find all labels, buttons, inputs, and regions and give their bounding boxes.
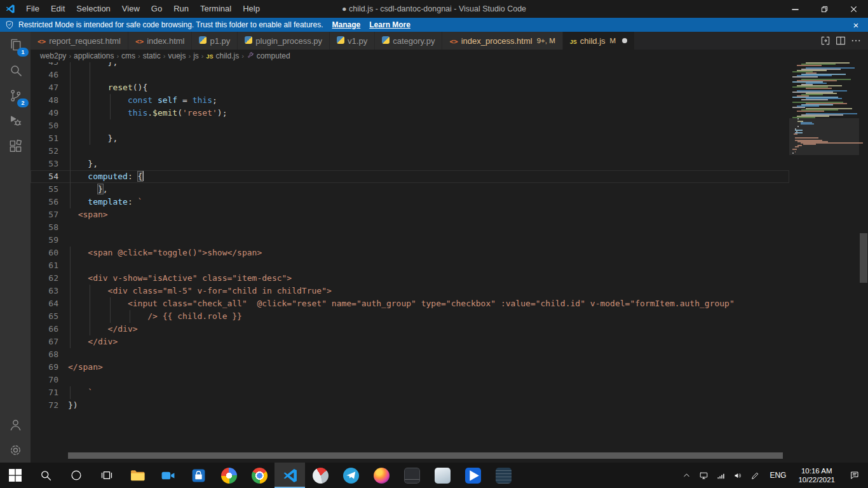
task-view-button[interactable] bbox=[92, 463, 122, 488]
editor[interactable]: 45 },4647 reset(){48 const self = this;4… bbox=[31, 62, 868, 463]
monitor-button[interactable] bbox=[695, 463, 712, 488]
cortana-button[interactable] bbox=[61, 463, 92, 488]
breadcrumb-item-vuejs[interactable]: vuejs bbox=[168, 51, 186, 60]
light-app-taskbar-button[interactable] bbox=[427, 463, 458, 488]
code-line[interactable]: 46 bbox=[31, 69, 789, 81]
camera-taskbar-button[interactable] bbox=[153, 463, 183, 488]
line-number[interactable]: 69 bbox=[31, 361, 58, 374]
line-number[interactable]: 63 bbox=[31, 285, 58, 297]
telegram-taskbar-button[interactable] bbox=[336, 463, 366, 488]
code-line[interactable]: 52 bbox=[31, 145, 789, 158]
code-line[interactable]: 64 <input class="check_all" @click="rese… bbox=[31, 297, 789, 310]
activity-source-control[interactable]: 2 bbox=[0, 83, 31, 108]
code-line[interactable]: 56 template: ` bbox=[31, 196, 789, 208]
line-number[interactable]: 59 bbox=[31, 234, 58, 247]
movies-tv-taskbar-button[interactable] bbox=[458, 463, 488, 488]
code-line[interactable]: 71 ` bbox=[31, 386, 789, 399]
breadcrumb-item-computed[interactable]: computed bbox=[247, 51, 290, 60]
tab-plugin_process.py[interactable]: plugin_process.py bbox=[238, 32, 330, 50]
store-taskbar-button[interactable] bbox=[183, 463, 214, 488]
line-number[interactable]: 58 bbox=[31, 221, 58, 234]
activity-settings[interactable] bbox=[0, 437, 31, 463]
tab-index.html[interactable]: <>index.html bbox=[128, 32, 193, 50]
learn-more-link[interactable]: Learn More bbox=[369, 20, 410, 29]
line-number[interactable]: 70 bbox=[31, 374, 58, 386]
breadcrumb-item-js[interactable]: js bbox=[193, 51, 199, 60]
line-number[interactable]: 61 bbox=[31, 259, 58, 272]
volume-button[interactable] bbox=[729, 463, 747, 488]
window-close-button[interactable] bbox=[839, 0, 868, 18]
open-changes-button[interactable] bbox=[820, 35, 831, 46]
code-line[interactable]: 60 <span @click="toggle()">show</span> bbox=[31, 247, 789, 259]
menu-help[interactable]: Help bbox=[237, 0, 266, 18]
line-number[interactable]: 53 bbox=[31, 158, 58, 170]
code-line[interactable]: 50 bbox=[31, 119, 789, 132]
opera-taskbar-button[interactable] bbox=[305, 463, 336, 488]
line-number[interactable]: 64 bbox=[31, 297, 58, 310]
line-number[interactable]: 72 bbox=[31, 399, 58, 412]
line-number[interactable]: 71 bbox=[31, 386, 58, 399]
line-number[interactable]: 52 bbox=[31, 145, 58, 158]
unsaved-dot-icon[interactable] bbox=[622, 38, 627, 43]
code-line[interactable]: 45 }, bbox=[31, 62, 789, 69]
line-number[interactable]: 66 bbox=[31, 323, 58, 336]
vertical-scrollbar[interactable] bbox=[859, 62, 868, 463]
code-line[interactable]: 72}) bbox=[31, 399, 789, 412]
split-editor-button[interactable] bbox=[835, 35, 846, 46]
line-number[interactable]: 48 bbox=[31, 94, 58, 107]
line-number[interactable]: 51 bbox=[31, 132, 58, 145]
tab-report_request.html[interactable]: <>report_request.html bbox=[31, 32, 128, 50]
breadcrumb-item-child.js[interactable]: JSchild.js bbox=[206, 51, 239, 60]
code-line[interactable]: 59 bbox=[31, 234, 789, 247]
window-restore-button[interactable] bbox=[810, 0, 839, 18]
activity-files[interactable]: 1 bbox=[0, 32, 31, 57]
breadcrumb-item-applications[interactable]: applications bbox=[74, 51, 114, 60]
start-button[interactable] bbox=[0, 463, 31, 488]
line-number[interactable]: 49 bbox=[31, 107, 58, 119]
activity-run-debug[interactable] bbox=[0, 108, 31, 133]
line-number[interactable]: 65 bbox=[31, 310, 58, 323]
menu-go[interactable]: Go bbox=[146, 0, 168, 18]
tab-v1.py[interactable]: v1.py bbox=[330, 32, 375, 50]
line-number[interactable]: 54 bbox=[31, 170, 58, 183]
menu-run[interactable]: Run bbox=[168, 0, 194, 18]
code-line[interactable]: 62 <div v-show="isActive" class="item-de… bbox=[31, 272, 789, 285]
dark-app-taskbar-button[interactable] bbox=[397, 463, 427, 488]
minimap[interactable] bbox=[789, 62, 859, 463]
code-line[interactable]: 67 </div> bbox=[31, 336, 789, 348]
meet-taskbar-button[interactable] bbox=[214, 463, 244, 488]
tab-index_process.html[interactable]: <>index_process.html9+, M bbox=[442, 32, 562, 50]
line-number[interactable]: 45 bbox=[31, 62, 58, 69]
code-line[interactable]: 65 /> {{ child.role }} bbox=[31, 310, 789, 323]
breadcrumb-item-cms[interactable]: cms bbox=[121, 51, 135, 60]
window-minimize-button[interactable] bbox=[780, 0, 810, 18]
minimap-slider[interactable] bbox=[789, 118, 859, 155]
more-actions-button[interactable] bbox=[850, 35, 862, 46]
line-number[interactable]: 56 bbox=[31, 196, 58, 208]
menu-view[interactable]: View bbox=[116, 0, 146, 18]
horizontal-scrollbar[interactable] bbox=[31, 452, 789, 459]
action-center-button[interactable] bbox=[841, 463, 868, 488]
banner-close-icon[interactable]: × bbox=[849, 20, 863, 30]
line-number[interactable]: 60 bbox=[31, 247, 58, 259]
code-line[interactable]: 48 const self = this; bbox=[31, 94, 789, 107]
tab-child.js[interactable]: JSchild.jsM bbox=[563, 32, 635, 50]
language-indicator[interactable]: ENG bbox=[764, 463, 792, 488]
code-line[interactable]: 49 this.$emit('reset'); bbox=[31, 107, 789, 119]
tab-p1.py[interactable]: p1.py bbox=[192, 32, 238, 50]
vscode-taskbar-button[interactable] bbox=[275, 463, 305, 488]
vertical-scrollbar-thumb[interactable] bbox=[860, 233, 867, 283]
tb-search-button[interactable] bbox=[31, 463, 61, 488]
line-number[interactable]: 55 bbox=[31, 183, 58, 196]
breadcrumb-item-static[interactable]: static bbox=[143, 51, 161, 60]
breadcrumb-item-web2py[interactable]: web2py bbox=[40, 51, 66, 60]
horizontal-scrollbar-thumb[interactable] bbox=[68, 452, 783, 459]
menu-file[interactable]: File bbox=[20, 0, 45, 18]
chrome-taskbar-button[interactable] bbox=[244, 463, 275, 488]
tray-expand-button[interactable] bbox=[678, 463, 695, 488]
code-line[interactable]: 68 bbox=[31, 348, 789, 361]
code-line[interactable]: 63 <div class="ml-5" v-for="child in chi… bbox=[31, 285, 789, 297]
file-explorer-taskbar-button[interactable] bbox=[122, 463, 153, 488]
line-number[interactable]: 50 bbox=[31, 119, 58, 132]
code-line[interactable]: 53 }, bbox=[31, 158, 789, 170]
